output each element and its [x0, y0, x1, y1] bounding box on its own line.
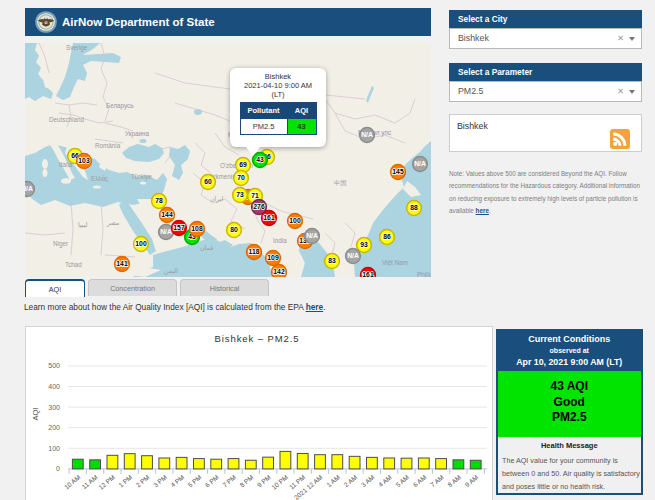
svg-text:مصر: مصر: [106, 219, 119, 227]
svg-text:ايران: ايران: [210, 195, 224, 203]
svg-text:142: 142: [273, 268, 285, 275]
svg-text:78: 78: [155, 197, 163, 204]
svg-text:6 PM: 6 PM: [204, 473, 220, 488]
svg-text:N/A: N/A: [361, 131, 373, 138]
svg-text:118: 118: [249, 248, 260, 255]
svg-text:144: 144: [161, 211, 173, 218]
svg-text:83: 83: [328, 257, 336, 264]
svg-text:8 PM: 8 PM: [238, 473, 254, 488]
svg-text:2 AM: 2 AM: [342, 473, 358, 488]
svg-text:6 AM: 6 AM: [412, 473, 428, 488]
svg-text:11 AM: 11 AM: [80, 473, 98, 490]
svg-text:10 AM: 10 AM: [63, 473, 82, 490]
svg-text:7 AM: 7 AM: [429, 473, 445, 488]
svg-text:12 PM: 12 PM: [97, 473, 116, 490]
svg-text:86: 86: [383, 233, 391, 240]
svg-text:0: 0: [56, 465, 60, 472]
svg-text:60: 60: [204, 178, 212, 185]
svg-text:100: 100: [289, 217, 301, 224]
svg-text:Tchad: Tchad: [65, 261, 82, 268]
svg-text:Беларусь: Беларусь: [106, 102, 134, 110]
svg-text:Ελλάς: Ελλάς: [91, 175, 108, 183]
svg-text:1 AM: 1 AM: [325, 473, 341, 488]
svg-text:108: 108: [191, 225, 203, 232]
svg-text:157: 157: [173, 224, 185, 231]
svg-text:43: 43: [256, 156, 264, 163]
svg-text:N/A: N/A: [160, 228, 172, 235]
svg-text:N/A: N/A: [25, 185, 33, 192]
svg-text:93: 93: [360, 241, 368, 248]
svg-text:9 AM: 9 AM: [463, 473, 479, 488]
svg-text:AQI: AQI: [31, 408, 40, 421]
svg-text:عمان: عمان: [200, 244, 214, 251]
svg-text:Украина: Украина: [125, 130, 149, 138]
svg-text:India: India: [273, 237, 287, 244]
svg-text:Deutschland: Deutschland: [49, 116, 85, 123]
svg-text:1 PM: 1 PM: [117, 473, 133, 488]
svg-text:80: 80: [230, 226, 238, 233]
svg-text:Việt Nam: Việt Nam: [382, 259, 408, 266]
svg-text:70: 70: [237, 174, 245, 181]
svg-text:اليمن: اليمن: [164, 267, 178, 275]
svg-text:9 PM: 9 PM: [256, 473, 272, 488]
svg-text:中国: 中国: [334, 179, 347, 187]
svg-text:5 AM: 5 AM: [394, 473, 410, 488]
svg-text:Bishkek – PM2.5: Bishkek – PM2.5: [215, 333, 300, 344]
svg-text:100: 100: [135, 240, 147, 247]
svg-text:4 AM: 4 AM: [377, 473, 393, 488]
svg-text:3 AM: 3 AM: [360, 473, 376, 488]
svg-text:Türkiye: Türkiye: [131, 173, 152, 181]
svg-text:141: 141: [116, 260, 128, 267]
svg-text:88: 88: [410, 204, 418, 211]
svg-text:276: 276: [253, 203, 265, 210]
svg-text:România: România: [95, 142, 121, 149]
svg-text:73: 73: [236, 191, 244, 198]
svg-text:400: 400: [48, 383, 60, 390]
svg-text:161: 161: [362, 271, 374, 277]
svg-text:4 PM: 4 PM: [169, 473, 185, 488]
svg-text:145: 145: [392, 168, 404, 175]
svg-text:71: 71: [251, 192, 259, 199]
svg-text:10 PM: 10 PM: [270, 473, 289, 490]
svg-text:N/A: N/A: [347, 252, 359, 259]
svg-text:8 AM: 8 AM: [446, 473, 462, 488]
svg-text:300: 300: [48, 404, 60, 411]
svg-text:7 PM: 7 PM: [221, 473, 237, 488]
svg-text:200: 200: [48, 424, 60, 431]
svg-text:2 PM: 2 PM: [135, 473, 151, 488]
svg-text:500: 500: [48, 362, 60, 369]
svg-text:Niger: Niger: [53, 240, 68, 248]
svg-text:161: 161: [263, 214, 275, 221]
svg-text:N/A: N/A: [306, 232, 318, 239]
svg-text:Philippine: Philippine: [417, 271, 431, 277]
svg-text:N/A: N/A: [414, 160, 426, 167]
svg-text:69: 69: [239, 161, 247, 168]
svg-text:3 PM: 3 PM: [152, 473, 168, 488]
svg-text:Sverige: Sverige: [66, 44, 88, 52]
svg-text:5 PM: 5 PM: [186, 473, 202, 488]
svg-text:ليبيا: ليبيا: [78, 221, 88, 228]
svg-text:109: 109: [267, 254, 279, 261]
svg-text:100: 100: [48, 445, 60, 452]
svg-text:103: 103: [78, 157, 90, 164]
